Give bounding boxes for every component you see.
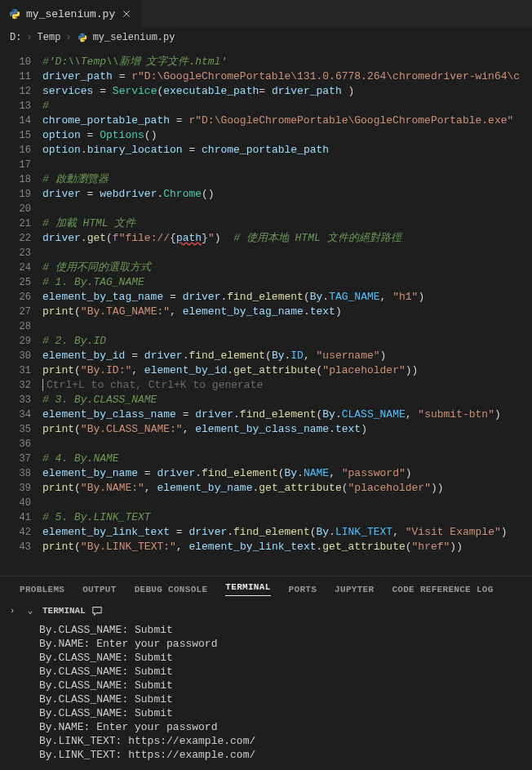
code-line[interactable]: print("By.CLASS_NAME:", element_by_class… xyxy=(42,422,532,437)
code-line[interactable] xyxy=(42,158,532,172)
tab-label: my_selenium.py xyxy=(26,8,115,20)
breadcrumb-seg[interactable]: my_selenium.py xyxy=(93,32,175,43)
code-editor[interactable]: 1011121314151617181920212223242526272829… xyxy=(0,47,532,576)
line-number: 39 xyxy=(8,481,31,496)
code-line[interactable] xyxy=(42,319,532,334)
code-line[interactable]: driver_path = r"D:\GoogleChromePortable\… xyxy=(42,69,532,84)
line-number: 36 xyxy=(8,437,31,452)
code-line[interactable]: print("By.LINK_TEXT:", element_by_link_t… xyxy=(42,540,532,554)
line-number: 24 xyxy=(8,260,31,275)
code-line[interactable]: services = Service(executable_path= driv… xyxy=(42,84,532,99)
code-line[interactable]: element_by_link_text = driver.find_eleme… xyxy=(42,525,532,540)
line-number: 15 xyxy=(8,128,31,143)
line-number: 38 xyxy=(8,466,31,481)
terminal-output[interactable]: By.CLASS_NAME: Submit By.NAME: Enter you… xyxy=(0,620,532,770)
editor-tab[interactable]: my_selenium.py xyxy=(0,0,142,28)
code-line[interactable]: chrome_portable_path = r"D:\GoogleChrome… xyxy=(42,113,532,128)
line-number: 10 xyxy=(8,55,31,69)
line-number: 19 xyxy=(8,187,31,202)
code-line[interactable]: element_by_tag_name = driver.find_elemen… xyxy=(42,290,532,305)
code-line[interactable] xyxy=(42,246,532,260)
line-number: 32 xyxy=(8,378,31,393)
panel-tab-ports[interactable]: PORTS xyxy=(289,585,317,594)
code-line[interactable] xyxy=(42,202,532,216)
code-line[interactable]: element_by_id = driver.find_element(By.I… xyxy=(42,349,532,363)
code-line[interactable]: #'D:\\Temp\\新增 文字文件.html' xyxy=(42,55,532,69)
python-icon xyxy=(8,7,21,20)
breadcrumb-seg[interactable]: D: xyxy=(10,32,21,43)
line-number: 26 xyxy=(8,290,31,305)
code-line[interactable]: # 4. By.NAME xyxy=(42,452,532,466)
code-line[interactable] xyxy=(42,437,532,452)
code-line[interactable]: driver = webdriver.Chrome() xyxy=(42,187,532,202)
code-line[interactable] xyxy=(42,496,532,510)
chevron-down-icon[interactable]: ⌄ xyxy=(24,605,36,616)
line-number: 34 xyxy=(8,407,31,422)
code-line[interactable]: # 5. By.LINK_TEXT xyxy=(42,510,532,525)
code-line[interactable]: # 加載 HTML 文件 xyxy=(42,216,532,231)
panel-tabbar: PROBLEMS OUTPUT DEBUG CONSOLE TERMINAL P… xyxy=(0,576,532,602)
panel-tab-terminal[interactable]: TERMINAL xyxy=(225,582,270,596)
line-number: 14 xyxy=(8,113,31,128)
breadcrumb-seg[interactable]: Temp xyxy=(38,32,61,43)
line-number: 21 xyxy=(8,216,31,231)
terminal-title: TERMINAL xyxy=(42,606,86,616)
line-number: 43 xyxy=(8,540,31,554)
line-number: 35 xyxy=(8,422,31,437)
comment-icon[interactable] xyxy=(91,604,104,617)
panel-tab-problems[interactable]: PROBLEMS xyxy=(20,585,64,594)
line-number: 31 xyxy=(8,363,31,378)
code-line[interactable]: # 使用不同的選取方式 xyxy=(42,260,532,275)
line-number: 27 xyxy=(8,305,31,319)
line-number: 40 xyxy=(8,496,31,510)
code-line[interactable]: print("By.NAME:", element_by_name.get_at… xyxy=(42,481,532,496)
line-number: 29 xyxy=(8,334,31,349)
line-number: 18 xyxy=(8,172,31,187)
breadcrumb[interactable]: D: › Temp › my_selenium.py xyxy=(0,29,532,47)
line-number: 42 xyxy=(8,525,31,540)
line-number: 28 xyxy=(8,319,31,334)
panel-tab-debug[interactable]: DEBUG CONSOLE xyxy=(135,585,208,594)
chevron-right-icon: › xyxy=(26,32,32,43)
code-line[interactable]: # 啟動瀏覽器 xyxy=(42,172,532,187)
panel-tab-reflog[interactable]: CODE REFERENCE LOG xyxy=(392,585,493,594)
panel-tab-jupyter[interactable]: JUPYTER xyxy=(335,585,374,594)
code-line[interactable]: print("By.TAG_NAME:", element_by_tag_nam… xyxy=(42,305,532,319)
line-number: 22 xyxy=(8,231,31,246)
close-icon[interactable] xyxy=(120,7,133,20)
line-number: 20 xyxy=(8,202,31,216)
python-icon xyxy=(77,32,88,43)
code-line[interactable]: Ctrl+L to chat, Ctrl+K to generate xyxy=(42,378,532,393)
panel-tab-output[interactable]: OUTPUT xyxy=(82,585,116,594)
code-line[interactable]: option.binary_location = chrome_portable… xyxy=(42,143,532,158)
line-number: 12 xyxy=(8,84,31,99)
code-line[interactable]: # 1. By.TAG_NAME xyxy=(42,275,532,290)
line-number: 41 xyxy=(8,510,31,525)
line-number: 33 xyxy=(8,393,31,407)
line-number: 17 xyxy=(8,158,31,172)
line-number: 25 xyxy=(8,275,31,290)
chevron-right-icon: › xyxy=(65,32,71,43)
code-line[interactable]: print("By.ID:", element_by_id.get_attrib… xyxy=(42,363,532,378)
line-number: 37 xyxy=(8,452,31,466)
terminal-panel: › ⌄ TERMINAL By.CLASS_NAME: Submit By.NA… xyxy=(0,602,532,770)
code-line[interactable]: # 3. By.CLASS_NAME xyxy=(42,393,532,407)
code-area[interactable]: #'D:\\Temp\\新增 文字文件.html'driver_path = r… xyxy=(42,47,532,576)
code-line[interactable]: element_by_class_name = driver.find_elem… xyxy=(42,407,532,422)
gutter-strip xyxy=(0,47,8,576)
code-line[interactable]: driver.get(f"file://{path}") # 使用本地 HTML… xyxy=(42,231,532,246)
terminal-header[interactable]: › ⌄ TERMINAL xyxy=(0,602,532,620)
line-number: 13 xyxy=(8,99,31,113)
line-number: 23 xyxy=(8,246,31,260)
code-line[interactable]: element_by_name = driver.find_element(By… xyxy=(42,466,532,481)
code-line[interactable]: # xyxy=(42,99,532,113)
line-number: 11 xyxy=(8,69,31,84)
line-number: 16 xyxy=(8,143,31,158)
code-line[interactable]: option = Options() xyxy=(42,128,532,143)
line-number-gutter: 1011121314151617181920212223242526272829… xyxy=(8,47,42,576)
chevron-right-icon[interactable]: › xyxy=(7,606,18,616)
line-number: 30 xyxy=(8,349,31,363)
editor-tabbar: my_selenium.py xyxy=(0,0,532,29)
code-line[interactable]: # 2. By.ID xyxy=(42,334,532,349)
